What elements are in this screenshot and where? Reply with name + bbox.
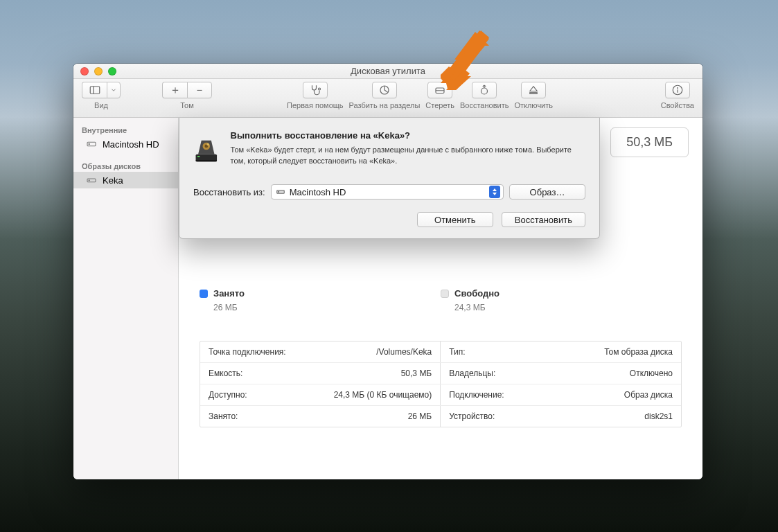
detail-key: Доступно: <box>200 384 308 406</box>
detail-key: Занято: <box>200 406 308 427</box>
svg-point-9 <box>677 88 678 89</box>
sidebar-section-images: Образы дисков <box>73 158 178 172</box>
detail-value: Образ диска <box>551 384 681 406</box>
volume-add-button[interactable]: ＋ <box>162 82 187 98</box>
usage-busy-label: Занято <box>213 288 245 299</box>
toolbar-label-first-aid: Первая помощь <box>287 101 344 109</box>
usage-free-value: 24,3 МБ <box>454 303 682 312</box>
disk-utility-window: Дисковая утилита Вид ＋ － <box>73 64 702 479</box>
window-title: Дисковая утилита <box>73 66 702 76</box>
restore-sheet: Выполнить восстановление на «Keka»? Том … <box>179 118 600 239</box>
hard-disk-large-icon <box>193 130 220 172</box>
restore-from-combo[interactable]: Macintosh HD <box>271 184 504 200</box>
toolbar-label-volume: Том <box>180 101 194 109</box>
titlebar: Дисковая утилита <box>73 64 702 79</box>
chevron-down-icon <box>110 87 117 94</box>
view-mode-left[interactable] <box>82 82 107 98</box>
usage-busy-value: 26 МБ <box>213 303 441 312</box>
svg-rect-16 <box>197 156 200 157</box>
detail-key: Устройство: <box>441 406 551 427</box>
sidebar-item-keka[interactable]: Keka <box>73 172 178 188</box>
combo-stepper-icon <box>489 186 500 198</box>
swatch-free <box>441 290 449 298</box>
detail-value: Отключено <box>551 363 681 384</box>
plus-icon: ＋ <box>170 83 181 98</box>
detail-value: 24,3 МБ (0 КБ очищаемо) <box>308 384 441 406</box>
window-body: Внутренние Macintosh HD Образы дисков Ke… <box>73 118 702 479</box>
svg-point-13 <box>89 180 89 181</box>
toolbar-label-info: Свойства <box>661 101 694 109</box>
dialog-title: Выполнить восстановление на «Keka»? <box>231 130 585 141</box>
volume-size-badge: 50,3 МБ <box>610 127 689 157</box>
confirm-restore-button[interactable]: Восстановить <box>502 212 585 227</box>
disk-image-icon <box>86 175 97 186</box>
eraser-icon <box>434 84 446 96</box>
svg-point-2 <box>318 88 320 90</box>
toolbar-label-view: Вид <box>94 101 108 109</box>
detail-key: Подключение: <box>441 384 551 406</box>
info-icon <box>671 84 684 96</box>
pie-chart-icon <box>378 84 391 96</box>
usage-legend: Занято 26 МБ Свободно 24,3 МБ <box>200 288 682 312</box>
desktop-wallpaper: Дисковая утилита Вид ＋ － <box>0 0 778 532</box>
sidebar-item-label: Keka <box>103 175 123 186</box>
detail-key: Тип: <box>441 342 551 363</box>
usage-free-label: Свободно <box>454 288 499 299</box>
info-button[interactable] <box>665 82 690 98</box>
svg-rect-0 <box>90 87 100 94</box>
restore-arrow-icon <box>478 84 490 96</box>
detail-value: /Volumes/Keka <box>308 342 441 363</box>
restore-from-value: Macintosh HD <box>290 187 346 197</box>
sidebar-item-macintosh-hd[interactable]: Macintosh HD <box>73 136 178 152</box>
svg-point-21 <box>278 191 279 192</box>
detail-key: Владельцы: <box>441 363 551 384</box>
sidebar: Внутренние Macintosh HD Образы дисков Ke… <box>73 118 179 479</box>
restore-dialog: Выполнить восстановление на «Keka»? Том … <box>179 118 600 239</box>
toolbar-label-unmount: Отключить <box>514 101 553 109</box>
toolbar-label-partition: Разбить на разделы <box>349 101 421 109</box>
volume-details: Точка подключения:/Volumes/Keka Емкость:… <box>200 341 682 427</box>
detail-key: Емкость: <box>200 363 308 384</box>
detail-value: disk2s1 <box>551 406 681 427</box>
details-right-table: Тип:Том образа диска Владельцы:Отключено… <box>441 342 681 427</box>
dialog-body: Том «Keka» будет стерт, и на нем будут р… <box>231 145 585 167</box>
hard-drive-small-icon <box>276 187 285 197</box>
main-pane: 50,3 МБ <box>179 118 702 479</box>
view-mode-dropdown[interactable] <box>107 82 121 98</box>
partition-button[interactable] <box>372 82 397 98</box>
restore-button[interactable] <box>472 82 497 98</box>
minus-icon: － <box>194 83 205 98</box>
restore-from-label: Восстановить из: <box>193 187 265 197</box>
detail-key: Точка подключения: <box>200 342 308 363</box>
swatch-busy <box>200 290 208 298</box>
cancel-button[interactable]: Отменить <box>417 212 493 227</box>
sidebar-layout-icon <box>89 84 101 96</box>
sidebar-section-internal: Внутренние <box>73 122 178 136</box>
first-aid-button[interactable] <box>303 82 328 98</box>
detail-value: Том образа диска <box>551 342 681 363</box>
eject-icon <box>527 84 540 96</box>
sidebar-item-label: Macintosh HD <box>103 139 159 150</box>
stethoscope-icon <box>309 84 321 96</box>
svg-rect-15 <box>196 160 218 161</box>
svg-point-19 <box>206 143 209 146</box>
toolbar: Вид ＋ － Том Первая помощь <box>73 79 702 118</box>
detail-value: 50,3 МБ <box>308 363 441 384</box>
svg-rect-6 <box>530 93 538 94</box>
toolbar-label-restore: Восстановить <box>460 101 509 109</box>
details-left-table: Точка подключения:/Volumes/Keka Емкость:… <box>200 342 441 427</box>
toolbar-label-erase: Стереть <box>425 101 454 109</box>
image-button[interactable]: Образ… <box>509 184 585 200</box>
svg-point-11 <box>89 143 89 144</box>
hard-drive-icon <box>86 139 97 150</box>
detail-value: 26 МБ <box>308 406 441 427</box>
volume-remove-button[interactable]: － <box>187 82 212 98</box>
svg-point-5 <box>481 88 488 94</box>
erase-button[interactable] <box>427 82 452 98</box>
unmount-button[interactable] <box>521 82 546 98</box>
